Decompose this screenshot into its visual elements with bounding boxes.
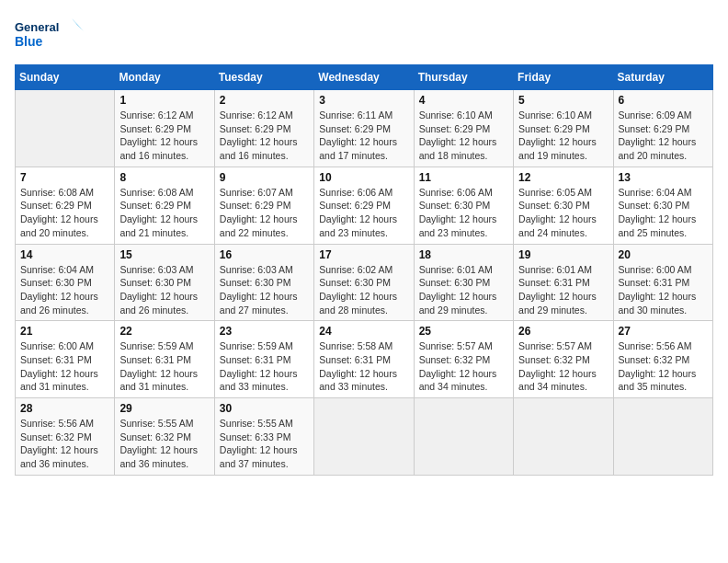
day-detail: Sunrise: 6:11 AMSunset: 6:29 PMDaylight:… [319, 109, 408, 163]
day-number: 22 [119, 325, 209, 338]
calendar-cell: 12Sunrise: 6:05 AMSunset: 6:30 PMDayligh… [514, 167, 613, 244]
day-number: 10 [319, 171, 408, 184]
day-detail: Sunrise: 6:03 AMSunset: 6:30 PMDaylight:… [220, 263, 309, 317]
day-number: 8 [119, 171, 209, 184]
day-number: 13 [619, 171, 708, 184]
day-number: 2 [220, 94, 309, 107]
calendar-cell: 4Sunrise: 6:10 AMSunset: 6:29 PMDaylight… [414, 90, 513, 167]
col-monday: Monday [115, 65, 214, 90]
calendar-cell [414, 398, 513, 476]
day-detail: Sunrise: 6:10 AMSunset: 6:29 PMDaylight:… [419, 109, 508, 163]
calendar-cell: 15Sunrise: 6:03 AMSunset: 6:30 PMDayligh… [115, 244, 214, 321]
svg-marker-3 [77, 18, 88, 31]
day-detail: Sunrise: 6:09 AMSunset: 6:29 PMDaylight:… [619, 109, 708, 163]
header-row: Sunday Monday Tuesday Wednesday Thursday… [16, 65, 713, 90]
calendar-cell: 5Sunrise: 6:10 AMSunset: 6:29 PMDaylight… [514, 90, 613, 167]
calendar-body: 1Sunrise: 6:12 AMSunset: 6:29 PMDaylight… [16, 90, 713, 476]
calendar-cell: 26Sunrise: 5:57 AMSunset: 6:32 PMDayligh… [514, 321, 613, 398]
day-number: 17 [319, 248, 408, 261]
day-detail: Sunrise: 6:08 AMSunset: 6:29 PMDaylight:… [20, 186, 109, 240]
logo-svg: General Blue [15, 15, 88, 55]
day-number: 1 [119, 94, 209, 107]
calendar-cell: 9Sunrise: 6:07 AMSunset: 6:29 PMDaylight… [214, 167, 313, 244]
day-number: 5 [518, 94, 608, 107]
calendar-cell: 11Sunrise: 6:06 AMSunset: 6:30 PMDayligh… [414, 167, 513, 244]
day-number: 12 [518, 171, 608, 184]
day-detail: Sunrise: 6:12 AMSunset: 6:29 PMDaylight:… [220, 109, 309, 163]
calendar-cell [613, 398, 712, 476]
day-number: 23 [220, 325, 309, 338]
day-number: 6 [619, 94, 708, 107]
col-sunday: Sunday [16, 65, 115, 90]
calendar-cell: 30Sunrise: 5:55 AMSunset: 6:33 PMDayligh… [214, 398, 313, 476]
day-detail: Sunrise: 6:04 AMSunset: 6:30 PMDaylight:… [619, 186, 708, 240]
day-detail: Sunrise: 6:00 AMSunset: 6:31 PMDaylight:… [619, 263, 708, 317]
col-tuesday: Tuesday [214, 65, 313, 90]
day-detail: Sunrise: 6:04 AMSunset: 6:30 PMDaylight:… [20, 263, 109, 317]
calendar-week-5: 28Sunrise: 5:56 AMSunset: 6:32 PMDayligh… [16, 398, 713, 476]
day-number: 15 [119, 248, 209, 261]
day-number: 14 [20, 248, 109, 261]
calendar-week-3: 14Sunrise: 6:04 AMSunset: 6:30 PMDayligh… [16, 244, 713, 321]
calendar-cell [514, 398, 613, 476]
day-detail: Sunrise: 6:03 AMSunset: 6:30 PMDaylight:… [119, 263, 209, 317]
calendar-cell: 7Sunrise: 6:08 AMSunset: 6:29 PMDaylight… [16, 167, 115, 244]
calendar-cell: 13Sunrise: 6:04 AMSunset: 6:30 PMDayligh… [613, 167, 712, 244]
calendar-week-4: 21Sunrise: 6:00 AMSunset: 6:31 PMDayligh… [16, 321, 713, 398]
day-detail: Sunrise: 6:01 AMSunset: 6:30 PMDaylight:… [419, 263, 508, 317]
calendar-week-2: 7Sunrise: 6:08 AMSunset: 6:29 PMDaylight… [16, 167, 713, 244]
day-number: 28 [20, 402, 109, 415]
day-detail: Sunrise: 5:55 AMSunset: 6:32 PMDaylight:… [119, 417, 209, 471]
day-detail: Sunrise: 6:02 AMSunset: 6:30 PMDaylight:… [319, 263, 408, 317]
calendar-cell: 21Sunrise: 6:00 AMSunset: 6:31 PMDayligh… [16, 321, 115, 398]
calendar-cell: 27Sunrise: 5:56 AMSunset: 6:32 PMDayligh… [613, 321, 712, 398]
day-detail: Sunrise: 5:59 AMSunset: 6:31 PMDaylight:… [119, 339, 209, 394]
calendar-cell [314, 398, 414, 476]
day-detail: Sunrise: 5:56 AMSunset: 6:32 PMDaylight:… [619, 339, 708, 394]
day-number: 18 [419, 248, 508, 261]
calendar-table: Sunday Monday Tuesday Wednesday Thursday… [15, 64, 713, 476]
calendar-cell: 3Sunrise: 6:11 AMSunset: 6:29 PMDaylight… [314, 90, 414, 167]
calendar-cell: 6Sunrise: 6:09 AMSunset: 6:29 PMDaylight… [613, 90, 712, 167]
day-detail: Sunrise: 6:10 AMSunset: 6:29 PMDaylight:… [518, 109, 608, 163]
day-number: 3 [319, 94, 408, 107]
day-number: 24 [319, 325, 408, 338]
day-number: 25 [419, 325, 508, 338]
day-detail: Sunrise: 6:08 AMSunset: 6:29 PMDaylight:… [119, 186, 209, 240]
day-number: 20 [619, 248, 708, 261]
day-number: 9 [220, 171, 309, 184]
day-detail: Sunrise: 5:57 AMSunset: 6:32 PMDaylight:… [419, 339, 508, 394]
calendar-cell: 25Sunrise: 5:57 AMSunset: 6:32 PMDayligh… [414, 321, 513, 398]
col-friday: Friday [514, 65, 613, 90]
day-detail: Sunrise: 6:01 AMSunset: 6:31 PMDaylight:… [518, 263, 608, 317]
day-detail: Sunrise: 5:55 AMSunset: 6:33 PMDaylight:… [220, 417, 309, 471]
calendar-cell: 8Sunrise: 6:08 AMSunset: 6:29 PMDaylight… [115, 167, 214, 244]
day-number: 16 [220, 248, 309, 261]
day-number: 29 [119, 402, 209, 415]
calendar-cell: 23Sunrise: 5:59 AMSunset: 6:31 PMDayligh… [214, 321, 313, 398]
day-number: 4 [419, 94, 508, 107]
svg-text:Blue: Blue [15, 34, 43, 49]
day-detail: Sunrise: 5:58 AMSunset: 6:31 PMDaylight:… [319, 339, 408, 394]
calendar-cell: 29Sunrise: 5:55 AMSunset: 6:32 PMDayligh… [115, 398, 214, 476]
day-number: 30 [220, 402, 309, 415]
logo: General Blue [15, 15, 88, 55]
calendar-cell: 28Sunrise: 5:56 AMSunset: 6:32 PMDayligh… [16, 398, 115, 476]
col-wednesday: Wednesday [314, 65, 414, 90]
day-detail: Sunrise: 5:56 AMSunset: 6:32 PMDaylight:… [20, 417, 109, 471]
calendar-cell: 2Sunrise: 6:12 AMSunset: 6:29 PMDaylight… [214, 90, 313, 167]
day-detail: Sunrise: 6:12 AMSunset: 6:29 PMDaylight:… [119, 109, 209, 163]
svg-text:General: General [15, 20, 59, 34]
calendar-cell: 14Sunrise: 6:04 AMSunset: 6:30 PMDayligh… [16, 244, 115, 321]
day-number: 19 [518, 248, 608, 261]
day-number: 7 [20, 171, 109, 184]
day-number: 26 [518, 325, 608, 338]
calendar-cell: 1Sunrise: 6:12 AMSunset: 6:29 PMDaylight… [115, 90, 214, 167]
day-number: 21 [20, 325, 109, 338]
calendar-cell: 17Sunrise: 6:02 AMSunset: 6:30 PMDayligh… [314, 244, 414, 321]
calendar-cell: 10Sunrise: 6:06 AMSunset: 6:29 PMDayligh… [314, 167, 414, 244]
calendar-week-1: 1Sunrise: 6:12 AMSunset: 6:29 PMDaylight… [16, 90, 713, 167]
page-header: General Blue [15, 15, 713, 55]
day-detail: Sunrise: 5:57 AMSunset: 6:32 PMDaylight:… [518, 339, 608, 394]
day-detail: Sunrise: 6:06 AMSunset: 6:30 PMDaylight:… [419, 186, 508, 240]
